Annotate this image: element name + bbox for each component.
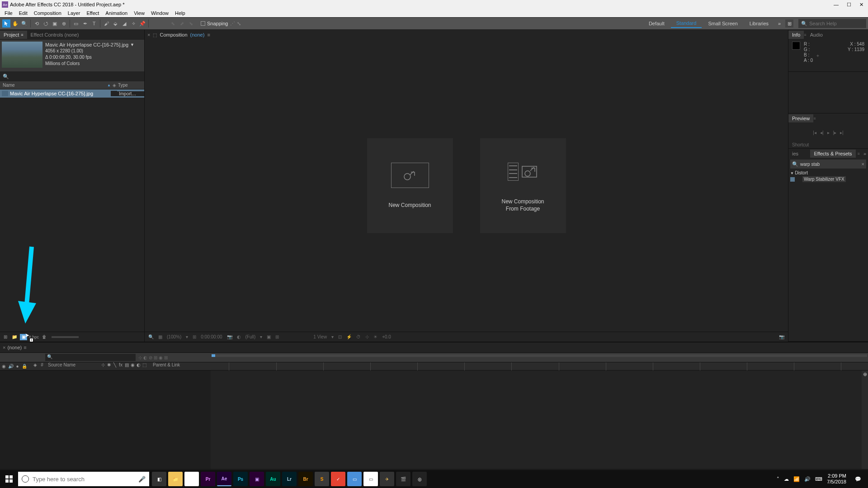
roi-icon[interactable]: ▣ (266, 334, 272, 339)
shy-switch-icon[interactable]: ⊹ (100, 362, 106, 370)
workspace-default[interactable]: Default (643, 19, 670, 28)
timeline-ruler[interactable] (211, 353, 868, 362)
last-frame-icon[interactable]: ▸| (840, 130, 844, 135)
grid-icon[interactable]: ⊞ (274, 334, 280, 339)
channel-icon[interactable]: ◐ (236, 334, 242, 339)
next-frame-icon[interactable]: |▸ (833, 130, 837, 135)
taskbar-app-after-effects[interactable]: Ae (217, 472, 231, 486)
rotate-tool-icon[interactable]: ⭯ (42, 19, 50, 28)
taskbar-clock[interactable]: 2:09 PM 7/5/2018 (827, 473, 846, 485)
timeline-side-toggle-icon[interactable]: ⊕ (862, 371, 868, 469)
fast-preview-icon[interactable]: ⚡ (345, 334, 353, 339)
language-icon[interactable]: ⌨ (815, 476, 822, 482)
column-type[interactable]: Type (118, 83, 128, 88)
world-axis-icon[interactable]: ⬈ (178, 19, 186, 28)
video-column-icon[interactable]: ◉ (1, 364, 7, 369)
zoom-tool-icon[interactable]: 🔍 (20, 19, 28, 28)
snapping-checkbox-icon[interactable] (201, 21, 205, 26)
new-folder-icon[interactable]: 📁 (11, 334, 18, 340)
camera-tool-icon[interactable]: ▣ (51, 19, 59, 28)
pixel-aspect-icon[interactable]: ⊡ (337, 334, 343, 339)
audio-column-icon[interactable]: 🔊 (8, 364, 14, 369)
lock-column-icon[interactable]: 🔒 (21, 364, 27, 369)
taskbar-app-obs[interactable]: ◎ (412, 472, 427, 486)
taskbar-app-bridge[interactable]: Br (298, 472, 313, 486)
3d-switch-icon[interactable]: ⬚ (142, 362, 147, 370)
panel-menu-icon[interactable]: ≡ (21, 33, 23, 37)
project-search[interactable]: 🔍 (0, 71, 144, 81)
workspace-overflow-icon[interactable]: » (775, 19, 783, 28)
view-layout[interactable]: 1 View (312, 334, 328, 339)
new-composition-from-footage-button[interactable]: New Composition From Footage (480, 138, 566, 233)
timeline-icon[interactable]: ⏱ (355, 334, 362, 339)
workspace-small-screen[interactable]: Small Screen (703, 19, 743, 28)
view-axis-icon[interactable]: ⬊ (187, 19, 195, 28)
onedrive-icon[interactable]: ☁ (784, 476, 789, 482)
taskbar-app-notes[interactable]: ▭ (363, 472, 378, 486)
info-tab[interactable]: Info (788, 31, 804, 39)
new-composition-button[interactable]: New Composition (367, 138, 453, 233)
taskbar-app-media-encoder[interactable]: ▣ (250, 472, 264, 486)
timeline-tracks-area[interactable] (211, 371, 862, 469)
item-label-swatch[interactable]: ■ (111, 91, 117, 96)
effects-search[interactable]: 🔍 × (790, 160, 866, 169)
menu-animation[interactable]: Animation (103, 10, 130, 16)
taskbar-app-sublime[interactable]: S (315, 472, 329, 486)
interpret-footage-icon[interactable]: ⊞ (2, 334, 9, 340)
menu-window[interactable]: Window (148, 10, 171, 16)
menu-effect[interactable]: Effect (84, 10, 102, 16)
taskbar-app-file-explorer[interactable]: 📁 (168, 472, 183, 486)
timeline-search[interactable]: 🔍 (45, 354, 136, 361)
column-name[interactable]: Name (0, 83, 107, 88)
alpha-icon[interactable]: ▦ (157, 334, 163, 339)
collapse-switch-icon[interactable]: ✱ (106, 362, 112, 370)
solo-column-icon[interactable]: ● (14, 364, 20, 369)
action-center-icon[interactable]: 💬 (851, 472, 865, 486)
effect-controls-tab[interactable]: Effect Controls (none) (27, 31, 83, 39)
delete-icon[interactable]: 🗑 (41, 334, 48, 340)
hand-tool-icon[interactable]: ✋ (11, 19, 19, 28)
local-axis-icon[interactable]: ⬉ (169, 19, 177, 28)
menu-help[interactable]: Help (172, 10, 188, 16)
render-icon[interactable]: 📷 (778, 334, 785, 339)
brush-tool-icon[interactable]: 🖌 (102, 19, 110, 28)
taskbar-app-clapper[interactable]: 🎬 (396, 472, 410, 486)
snapping-toggle[interactable]: Snapping ⋰ ⤡ (201, 21, 241, 27)
search-help-field[interactable]: 🔍 (798, 19, 866, 28)
panel-menu-icon[interactable]: ≡ (813, 116, 816, 121)
fx-switch-icon[interactable]: fx (118, 362, 123, 370)
label-column-icon[interactable]: ◈ (113, 83, 116, 88)
menu-view[interactable]: View (131, 10, 147, 16)
frame-blend-icon[interactable]: ⊞ (154, 355, 157, 360)
mic-icon[interactable]: 🎤 (138, 476, 146, 483)
menu-layer[interactable]: Layer (65, 10, 83, 16)
effect-item[interactable]: Warp Stabilizer VFX (802, 176, 846, 182)
workspace-libraries[interactable]: Libraries (744, 19, 774, 28)
zoom-level[interactable]: (100%) (166, 334, 182, 339)
lock-icon[interactable]: ⬚ (153, 33, 157, 38)
effects-category[interactable]: Distort (790, 170, 866, 175)
comp-mini-flowchart-icon[interactable]: ⊹ (138, 355, 142, 360)
taskbar-app-lightroom[interactable]: Lr (282, 472, 297, 486)
selection-tool-icon[interactable] (2, 19, 10, 28)
magnification-icon[interactable]: 🔍 (147, 334, 155, 339)
adjustment-switch-icon[interactable]: ◐ (136, 362, 141, 370)
close-tab-icon[interactable]: × (147, 32, 150, 38)
snapping-expand-icon[interactable]: ⤡ (237, 21, 241, 27)
label-column-icon[interactable]: ◈ (33, 362, 38, 370)
parent-link-column[interactable]: Parent & Link (150, 362, 195, 370)
project-tab[interactable]: Project ≡ (0, 31, 27, 39)
puppet-tool-icon[interactable]: 📌 (138, 19, 146, 28)
menu-composition[interactable]: Composition (31, 10, 64, 16)
start-button[interactable] (0, 470, 18, 488)
orbit-tool-icon[interactable]: ⟲ (33, 19, 41, 28)
hide-shy-icon[interactable]: ⊘ (149, 355, 152, 360)
taskbar-app-premiere[interactable]: Pr (201, 472, 215, 486)
taskbar-app-app-wing[interactable]: ✈ (380, 472, 394, 486)
time-ruler[interactable] (195, 362, 868, 370)
reset-workspace-icon[interactable]: ⊞ (785, 19, 793, 28)
exposure-icon[interactable]: ☀ (373, 334, 378, 339)
timeline-tab-none[interactable]: (none) (7, 345, 22, 350)
audio-tab[interactable]: Audio (807, 31, 826, 39)
resolution-dropdown[interactable]: (Full) (245, 334, 257, 339)
